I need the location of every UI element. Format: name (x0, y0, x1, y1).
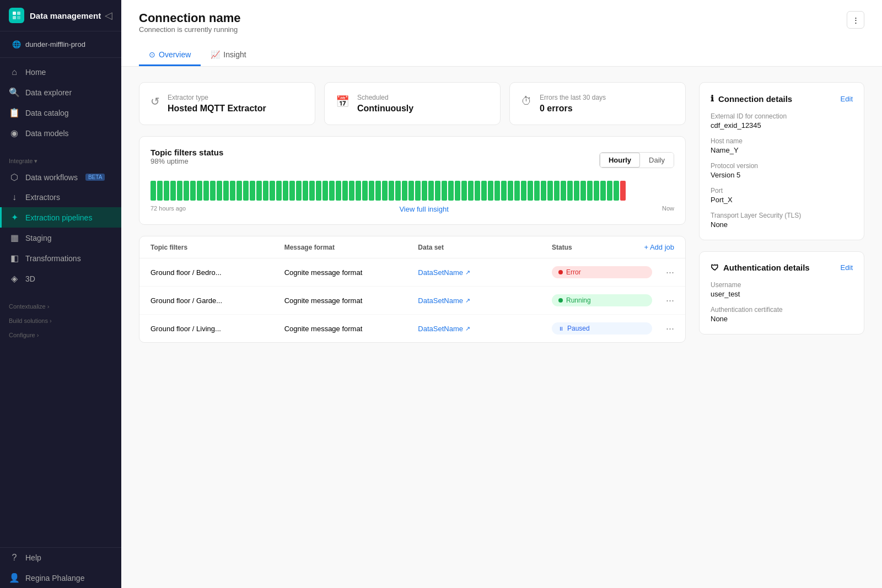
daily-toggle-button[interactable]: Daily (640, 153, 674, 168)
sidebar-item-extraction-pipelines[interactable]: ✦ Extraction pipelines (0, 207, 121, 228)
info-cards-row: ↺ Extractor type Hosted MQTT Extractor 📅… (139, 82, 686, 125)
app-title: Data management (30, 11, 101, 20)
catalog-icon: 📋 (9, 107, 20, 118)
sidebar-item-help[interactable]: ? Help (0, 548, 121, 568)
auth-details-title-text: Authentication details (723, 263, 810, 272)
sidebar-item-home[interactable]: ⌂ Home (0, 62, 121, 82)
sidebar-item-extractors[interactable]: ↓ Extractors (0, 187, 121, 207)
chart-bar (316, 181, 321, 201)
chart-bar (587, 181, 593, 201)
svg-rect-3 (17, 16, 20, 19)
sidebar-item-3d[interactable]: ◈ 3D (0, 268, 121, 289)
chart-bar (276, 181, 282, 201)
svg-rect-2 (13, 16, 16, 19)
auth-details-title: 🛡 Authentication details (711, 263, 810, 272)
col-topic-filters: Topic filters (150, 244, 284, 251)
sidebar-item-label: Data workflows (25, 173, 78, 182)
chart-bar (607, 181, 612, 201)
sidebar-item-data-catalog[interactable]: 📋 Data catalog (0, 103, 121, 123)
sidebar-item-label: Data models (25, 129, 69, 138)
external-id-label: External ID for connection (711, 112, 853, 120)
sidebar-item-label: Staging (25, 234, 51, 242)
sidebar-item-staging[interactable]: ▦ Staging (0, 228, 121, 248)
auth-details-edit-button[interactable]: Edit (841, 263, 853, 272)
auth-details-card: 🛡 Authentication details Edit Username u… (699, 251, 864, 335)
dataset-link[interactable]: DataSetName ↗ (418, 268, 552, 277)
external-link-icon: ↗ (465, 325, 470, 332)
chart-bar (197, 181, 202, 201)
dataset-link[interactable]: DataSetName ↗ (418, 325, 552, 333)
chart-bar (342, 181, 348, 201)
chart-bar (157, 181, 163, 201)
connection-details-title-text: Connection details (718, 94, 792, 104)
sidebar-item-label: Data catalog (25, 109, 69, 117)
connection-details-edit-button[interactable]: Edit (841, 95, 853, 103)
connection-details-title: ℹ Connection details (711, 94, 792, 104)
sidebar-item-transformations[interactable]: ◧ Transformations (0, 248, 121, 268)
view-full-insight-link[interactable]: View full insight (399, 205, 448, 213)
logo-icon (9, 8, 24, 23)
external-id-value: cdf_exid_12345 (711, 121, 853, 130)
auth-cert-field: Authentication certificate None (711, 306, 853, 323)
sidebar-item-user[interactable]: 👤 Regina Phalange (0, 568, 121, 588)
row-menu-button[interactable]: ··· (666, 323, 674, 335)
sidebar-lower-nav: Contextualize › Build solutions › Config… (0, 293, 121, 345)
add-job-button[interactable]: + Add job (644, 243, 674, 251)
username-field: Username user_test (711, 281, 853, 298)
tab-label: Insight (223, 50, 246, 59)
dataset-name: DataSetName (418, 268, 463, 277)
errors-label: Errors the last 30 days (540, 94, 606, 101)
configure-label[interactable]: Configure › (0, 326, 121, 341)
message-format: Cognite message format (284, 268, 418, 277)
chart-bar (236, 181, 242, 201)
dataset-name: DataSetName (418, 296, 463, 305)
chart-bar (164, 181, 169, 201)
user-name: Regina Phalange (25, 574, 84, 582)
home-icon: ⌂ (9, 67, 20, 77)
sidebar-item-data-explorer[interactable]: 🔍 Data explorer (0, 82, 121, 103)
topic-status-card: Topic filters status 98% uptime Hourly D… (139, 136, 686, 225)
three-dots-menu-button[interactable]: ⋮ (847, 11, 864, 29)
build-label[interactable]: Build solutions › (0, 312, 121, 326)
chart-labels: 72 hours ago View full insight Now (150, 205, 674, 213)
sidebar-collapse-button[interactable]: ◁ (105, 9, 112, 21)
chart-bar (170, 181, 176, 201)
sidebar-logo: Data management (9, 8, 101, 23)
help-label: Help (25, 553, 41, 562)
dataset-link[interactable]: DataSetName ↗ (418, 296, 552, 305)
chart-bar (375, 181, 381, 201)
chart-bar (230, 181, 235, 201)
sidebar-item-label: Transformations (25, 254, 81, 263)
chart-end-label: Now (662, 205, 674, 213)
chart-bar (461, 181, 467, 201)
extractor-type-icon: ↺ (150, 95, 160, 108)
env-selector[interactable]: 🌐 dunder-mifflin-prod (8, 37, 114, 52)
extractor-type-label: Extractor type (168, 94, 266, 101)
chart-bar (481, 181, 487, 201)
sidebar-item-label: Extraction pipelines (25, 213, 92, 222)
tab-insight[interactable]: 📈 Insight (201, 45, 256, 66)
port-field: Port Port_X (711, 187, 853, 204)
pause-icon: ⏸ (558, 326, 564, 332)
info-icon: ℹ (711, 94, 714, 104)
chart-bar (600, 181, 606, 201)
host-name-field: Host name Name_Y (711, 137, 853, 154)
host-name-value: Name_Y (711, 146, 853, 154)
contextualize-label[interactable]: Contextualize › (0, 298, 121, 312)
chart-bar (561, 181, 566, 201)
overview-icon: ⊙ (149, 50, 155, 59)
row-menu-button[interactable]: ··· (666, 295, 674, 306)
chart-bar (303, 181, 308, 201)
col-status: Status (552, 244, 652, 251)
row-menu-button[interactable]: ··· (666, 267, 674, 278)
shield-icon: 🛡 (711, 263, 719, 272)
chart-bar (190, 181, 196, 201)
sidebar-item-data-workflows[interactable]: ⬡ Data workflows BETA (0, 167, 121, 187)
status-dot (558, 298, 563, 303)
port-value: Port_X (711, 196, 853, 204)
hourly-toggle-button[interactable]: Hourly (600, 153, 640, 168)
integrate-label[interactable]: Integrate ▾ (0, 152, 121, 167)
sidebar-item-data-models[interactable]: ◉ Data models (0, 123, 121, 143)
tab-overview[interactable]: ⊙ Overview (139, 45, 201, 66)
page-header: Connection name Connection is currently … (139, 11, 241, 42)
